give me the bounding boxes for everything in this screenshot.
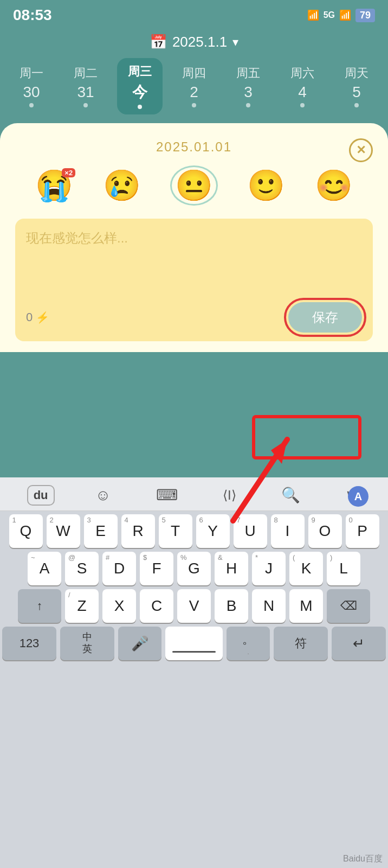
date-header[interactable]: 📅 2025.1.1 ▾ [0, 28, 388, 58]
key-j[interactable]: *J [252, 552, 286, 585]
emoji-cry-item[interactable]: 😭 ×2 [35, 170, 73, 201]
note-area-wrapper: 0 ⚡ 保存 [15, 219, 373, 341]
week-day-tue[interactable]: 周二 31 [63, 65, 108, 107]
lang-indicator-button[interactable]: A [348, 486, 368, 507]
week-day-sun-num: 5 [352, 84, 361, 101]
keyboard-row-1: 1Q 2W 3E 4R 5T 6Y 7U 8I 9O 0P [2, 514, 386, 548]
key-h[interactable]: &H [215, 552, 248, 585]
week-day-fri-dot [246, 103, 250, 107]
key-z[interactable]: /Z [65, 589, 99, 623]
key-c[interactable]: C [140, 589, 173, 623]
keyboard-keys: 1Q 2W 3E 4R 5T 6Y 7U 8I 9O 0P ~A @S #D $… [0, 511, 388, 667]
week-day-sun[interactable]: 周天 5 [334, 65, 379, 107]
keyboard-toolbar: du ☺ ⌨ ⟨I⟩ 🔍 ∨ [0, 477, 388, 511]
key-shift[interactable]: ↑ [18, 589, 61, 623]
week-day-wed-label: 周三 [128, 63, 152, 80]
key-l[interactable]: )L [327, 552, 360, 585]
save-button[interactable]: 保存 [288, 302, 362, 333]
keyboard-switch-button[interactable]: ⌨ [152, 484, 182, 506]
slight-smile-emoji: 🙂 [247, 170, 285, 201]
lightning-icon: ⚡ [36, 311, 49, 324]
emoji-mood-row: 😭 ×2 😢 😐 🙂 😊 [15, 165, 373, 206]
key-backspace[interactable]: ⌫ [327, 589, 370, 623]
key-p[interactable]: 0P [346, 514, 379, 548]
key-u[interactable]: 7U [234, 514, 267, 548]
key-q[interactable]: 1Q [9, 514, 43, 548]
week-day-wed-today[interactable]: 周三 今 [117, 58, 163, 114]
key-lang-switch[interactable]: 中英 [60, 627, 114, 660]
key-m[interactable]: M [289, 589, 323, 623]
emoji-sad-item[interactable]: 😢 [103, 170, 141, 201]
wifi-icon: 📶 [307, 9, 319, 21]
key-g[interactable]: %G [177, 552, 211, 585]
week-day-mon[interactable]: 周一 30 [9, 65, 54, 107]
char-count-display: 0 ⚡ [26, 310, 49, 324]
week-day-sun-dot [354, 103, 359, 107]
status-bar: 08:53 📶 5G 📶 79 [0, 0, 388, 28]
week-day-mon-num: 30 [23, 84, 40, 101]
week-day-sat-dot [300, 103, 305, 107]
key-space[interactable] [165, 627, 223, 660]
key-y[interactable]: 6Y [196, 514, 230, 548]
date-dropdown-chevron[interactable]: ▾ [232, 35, 238, 49]
key-f[interactable]: $F [140, 552, 173, 585]
main-card: 2025.01.01 ✕ 😭 ×2 😢 😐 🙂 😊 0 ⚡ 保存 [0, 123, 388, 352]
week-day-mon-label: 周一 [20, 65, 43, 81]
week-day-sun-label: 周天 [345, 65, 368, 81]
key-w[interactable]: 2W [47, 514, 80, 548]
battery-indicator: 79 [355, 9, 375, 22]
key-s[interactable]: @S [65, 552, 99, 585]
week-day-tue-label: 周二 [74, 65, 98, 81]
week-day-thu[interactable]: 周四 2 [171, 65, 217, 107]
search-kb-button[interactable]: 🔍 [277, 484, 305, 506]
happy-emoji: 😊 [315, 170, 353, 201]
char-count-number: 0 [26, 310, 33, 324]
status-icons: 📶 5G 📶 79 [307, 9, 375, 22]
emoji-happy-item[interactable]: 😊 [315, 170, 353, 201]
mic-icon: 🎤 [131, 635, 148, 652]
week-day-fri[interactable]: 周五 3 [225, 65, 271, 107]
header-date-text: 2025.1.1 [172, 34, 227, 50]
key-o[interactable]: 9O [308, 514, 342, 548]
cursor-move-button[interactable]: ⟨I⟩ [218, 486, 241, 505]
key-symbol[interactable]: 符 [274, 627, 328, 660]
key-a[interactable]: ~A [28, 552, 61, 585]
key-mic[interactable]: 🎤 [118, 627, 161, 660]
week-day-sat[interactable]: 周六 4 [280, 65, 325, 107]
week-day-thu-dot [192, 103, 196, 107]
sad-emoji: 😢 [103, 170, 141, 201]
key-n[interactable]: N [252, 589, 286, 623]
key-k[interactable]: (K [289, 552, 323, 585]
du-input-button[interactable]: du [27, 485, 55, 506]
key-v[interactable]: V [177, 589, 211, 623]
week-day-sat-label: 周六 [290, 65, 314, 81]
key-123[interactable]: 123 [2, 627, 56, 660]
signal-5g-icon: 5G [324, 10, 335, 20]
lang-indicator-label: A [354, 490, 362, 503]
key-t[interactable]: 5T [159, 514, 192, 548]
emoji-neutral-item[interactable]: 😐 [170, 165, 218, 206]
week-day-tue-num: 31 [77, 84, 94, 101]
note-textarea[interactable] [26, 229, 362, 295]
key-x[interactable]: X [102, 589, 136, 623]
key-d[interactable]: #D [102, 552, 136, 585]
signal-bars-icon: 📶 [339, 9, 351, 21]
keyboard-row-2: ~A @S #D $F %G &H *J (K )L [2, 552, 386, 585]
key-b[interactable]: B [215, 589, 248, 623]
close-button[interactable]: ✕ [349, 138, 373, 162]
key-return[interactable]: ↵ [332, 627, 386, 660]
calendar-icon: 📅 [150, 34, 167, 50]
key-e[interactable]: 3E [84, 514, 118, 548]
key-period[interactable]: 。 . [227, 627, 270, 660]
svg-marker-2 [271, 439, 287, 464]
note-footer: 0 ⚡ 保存 [26, 302, 362, 333]
watermark: Baidu百度 [343, 853, 383, 865]
emoji-slight-smile-item[interactable]: 🙂 [247, 170, 285, 201]
status-time: 08:53 [13, 7, 52, 24]
key-i[interactable]: 8I [271, 514, 305, 548]
week-day-wed-dot [138, 105, 142, 109]
smiley-button[interactable]: ☺ [91, 484, 115, 506]
week-day-fri-num: 3 [244, 84, 253, 101]
cry-badge: ×2 [62, 168, 75, 177]
key-r[interactable]: 4R [121, 514, 155, 548]
